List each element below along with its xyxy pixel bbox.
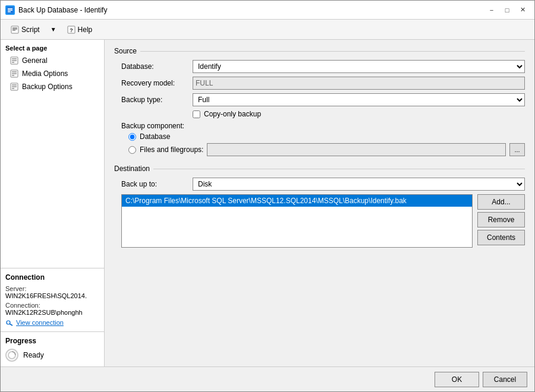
recovery-model-input xyxy=(193,77,525,90)
svg-rect-4 xyxy=(11,26,18,33)
window-icon xyxy=(5,5,15,15)
server-value: WIN2K16FRESH\SQL2014. xyxy=(5,292,99,299)
recovery-model-row: Recovery model: xyxy=(114,77,525,90)
media-options-icon xyxy=(10,69,18,78)
minimize-button[interactable]: − xyxy=(484,4,499,16)
connection-label: Connection: xyxy=(5,302,99,309)
window-controls: − □ ✕ xyxy=(484,4,530,16)
destination-title: Destination xyxy=(114,165,150,173)
spinner-icon xyxy=(7,350,17,360)
main-window: Back Up Database - Identify − □ ✕ Script… xyxy=(0,0,535,392)
toolbar: Script ▼ ? Help xyxy=(1,20,534,40)
source-header: Source xyxy=(114,47,525,55)
sidebar-item-general[interactable]: General xyxy=(1,54,104,67)
title-bar: Back Up Database - Identify − □ ✕ xyxy=(1,1,534,20)
source-section: Source Database: Identify Recovery model… xyxy=(114,47,525,156)
backup-type-control: Full Differential Transaction Log xyxy=(193,93,525,106)
radio-files-label[interactable]: Files and filegroups: xyxy=(140,146,203,154)
radio-database-row: Database xyxy=(121,132,525,141)
maximize-button[interactable]: □ xyxy=(500,4,514,16)
svg-text:?: ? xyxy=(70,27,73,33)
source-divider xyxy=(140,51,525,52)
script-button[interactable]: Script xyxy=(5,23,45,36)
view-connection-text: View connection xyxy=(16,319,64,326)
connection-value: WIN2K12R2SUB\phonghh xyxy=(5,309,99,316)
script-dropdown[interactable]: ▼ xyxy=(48,24,59,35)
backup-component-label: Backup component: xyxy=(121,122,193,130)
database-row: Database: Identify xyxy=(114,60,525,73)
select-page-title: Select a page xyxy=(1,40,104,54)
window-title: Back Up Database - Identify xyxy=(18,6,484,14)
svg-point-22 xyxy=(7,321,10,324)
progress-icon xyxy=(5,349,18,362)
script-label: Script xyxy=(21,26,40,34)
progress-section: Progress Ready xyxy=(1,331,104,366)
backup-type-label: Backup type: xyxy=(121,96,193,104)
connection-section: Connection Server: WIN2K16FRESH\SQL2014.… xyxy=(1,268,104,331)
backup-to-control: Disk URL xyxy=(193,178,525,191)
svg-rect-1 xyxy=(8,8,12,10)
add-button[interactable]: Add... xyxy=(477,194,525,210)
destination-list[interactable]: C:\Program Files\Microsoft SQL Server\MS… xyxy=(121,194,473,248)
files-filegroups-input[interactable] xyxy=(207,143,506,156)
database-label: Database: xyxy=(121,62,193,71)
destination-divider xyxy=(153,169,525,169)
connection-title: Connection xyxy=(5,273,99,282)
cancel-button[interactable]: Cancel xyxy=(483,372,527,387)
radio-files[interactable] xyxy=(128,146,136,154)
help-label: Help xyxy=(78,26,93,34)
copy-only-label[interactable]: Copy-only backup xyxy=(204,110,261,118)
view-connection-icon xyxy=(5,318,14,327)
svg-rect-3 xyxy=(8,11,11,12)
database-control: Identify xyxy=(193,60,525,73)
progress-text: Ready xyxy=(23,351,44,359)
radio-database-label[interactable]: Database xyxy=(140,132,170,141)
progress-title: Progress xyxy=(5,337,99,345)
svg-rect-2 xyxy=(8,10,12,11)
close-button[interactable]: ✕ xyxy=(515,4,530,16)
radio-files-row: Files and filegroups: ... xyxy=(121,143,525,156)
backup-to-select[interactable]: Disk URL xyxy=(193,178,525,191)
script-icon xyxy=(11,26,19,34)
remove-button[interactable]: Remove xyxy=(477,212,525,227)
progress-status: Ready xyxy=(5,349,99,362)
backup-options-label: Backup Options xyxy=(22,83,73,91)
destination-header: Destination xyxy=(114,165,525,173)
contents-button[interactable]: Contents xyxy=(477,230,525,245)
general-label: General xyxy=(22,56,48,65)
backup-type-row: Backup type: Full Differential Transacti… xyxy=(114,93,525,106)
sidebar-item-media-options[interactable]: Media Options xyxy=(1,67,104,80)
sidebar-item-backup-options[interactable]: Backup Options xyxy=(1,80,104,93)
backup-component-group: Backup component: Database Files and fil… xyxy=(114,122,525,156)
recovery-model-control xyxy=(193,77,525,90)
backup-options-icon xyxy=(10,83,18,91)
database-select[interactable]: Identify xyxy=(193,60,525,73)
backup-to-row: Back up to: Disk URL xyxy=(114,178,525,191)
copy-only-checkbox[interactable] xyxy=(193,110,200,118)
help-icon: ? xyxy=(67,26,75,34)
browse-button[interactable]: ... xyxy=(509,143,525,156)
copy-only-row: Copy-only backup xyxy=(114,110,525,118)
backup-to-label: Back up to: xyxy=(121,180,193,188)
destination-list-area: C:\Program Files\Microsoft SQL Server\MS… xyxy=(114,194,525,248)
media-options-label: Media Options xyxy=(22,69,68,78)
destination-section: Destination Back up to: Disk URL C:\Prog… xyxy=(114,165,525,248)
bottom-bar: OK Cancel xyxy=(1,366,534,391)
backup-type-select[interactable]: Full Differential Transaction Log xyxy=(193,93,525,106)
dest-list-item[interactable]: C:\Program Files\Microsoft SQL Server\MS… xyxy=(122,195,472,207)
source-title: Source xyxy=(114,47,137,55)
main-body: Select a page General Media Options xyxy=(1,40,534,366)
help-button[interactable]: ? Help xyxy=(62,23,98,36)
recovery-model-label: Recovery model: xyxy=(121,79,193,87)
radio-database[interactable] xyxy=(128,133,136,141)
sidebar: Select a page General Media Options xyxy=(1,40,105,366)
content-area: Source Database: Identify Recovery model… xyxy=(105,40,534,366)
svg-line-23 xyxy=(10,324,13,326)
radio-files-field: Files and filegroups: ... xyxy=(140,143,525,156)
view-connection-link[interactable]: View connection xyxy=(5,318,99,327)
destination-buttons: Add... Remove Contents xyxy=(477,194,525,248)
server-label: Server: xyxy=(5,285,99,292)
general-icon xyxy=(10,56,18,65)
ok-button[interactable]: OK xyxy=(435,372,479,387)
